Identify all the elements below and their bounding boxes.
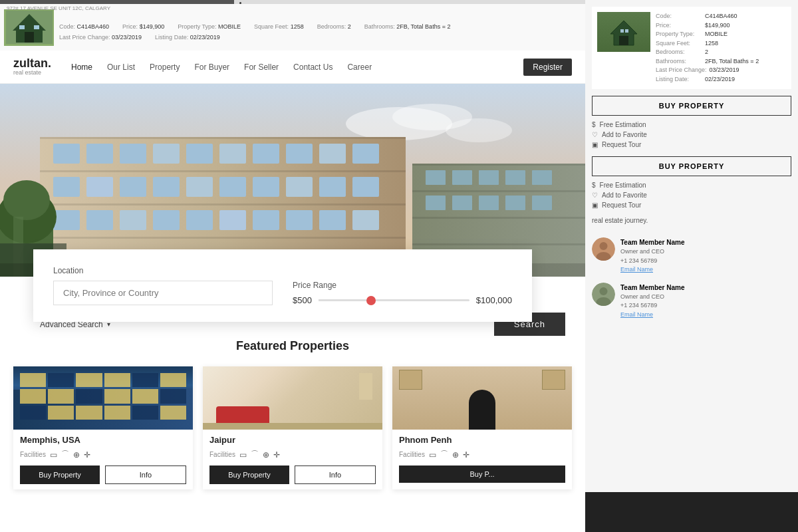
price-range-track[interactable]: [319, 299, 469, 301]
add-favorite-link[interactable]: ♡ Add to Favorite: [592, 131, 791, 138]
top-price-val: $149,900: [140, 23, 165, 30]
svg-rect-29: [219, 144, 246, 164]
facilities-label-3: Facilities: [399, 451, 425, 458]
scroll-bar[interactable]: [0, 0, 585, 4]
svg-rect-43: [352, 177, 379, 197]
svg-rect-62: [505, 170, 525, 185]
buy-property-button-1[interactable]: BUY PROPERTY: [592, 96, 791, 116]
add-favorite-link-2[interactable]: ♡ Add to Favorite: [592, 192, 791, 199]
location-input[interactable]: [53, 281, 273, 305]
info-btn-1[interactable]: Info: [105, 466, 186, 484]
svg-rect-2: [620, 29, 624, 33]
add-favorite-label: Add to Favorite: [602, 131, 647, 138]
team-section: Team Member Name Owner and CEO +1 234 56…: [592, 237, 791, 319]
svg-rect-51: [286, 210, 313, 230]
team-phone-1: +1 234 56789: [620, 257, 685, 266]
heart-icon: ♡: [592, 131, 598, 138]
change-value: 03/23/2019: [710, 66, 739, 75]
bed-value: 2: [705, 48, 708, 57]
property-city-3: Phnom Penh: [399, 435, 565, 445]
heart-icon-2: ♡: [592, 192, 598, 199]
nav-career[interactable]: Career: [347, 63, 372, 72]
register-button[interactable]: Register: [523, 59, 572, 76]
buy-property-btn-1[interactable]: Buy Property: [20, 466, 100, 484]
type-value: MOBILE: [705, 30, 728, 39]
price-range-label: Price Range: [293, 281, 512, 290]
buy-property-btn-3[interactable]: Buy P...: [399, 466, 565, 483]
free-estimation-link[interactable]: $ Free Estimation: [592, 121, 791, 128]
nav-forbuyer[interactable]: For Buyer: [194, 63, 229, 72]
range-thumb[interactable]: [366, 296, 376, 305]
svg-rect-61: [479, 170, 499, 185]
wifi-icon-3: ⌒: [440, 449, 448, 460]
svg-rect-68: [532, 196, 552, 210]
price-min-value: $500: [293, 295, 312, 305]
house-icon: [607, 17, 640, 47]
top-date-val: 02/23/2019: [190, 34, 220, 41]
svg-rect-36: [120, 177, 146, 197]
svg-rect-25: [86, 144, 113, 164]
svg-rect-58: [412, 243, 585, 245]
svg-rect-27: [153, 144, 180, 164]
nav-property[interactable]: Property: [150, 63, 180, 72]
free-estimation-label-2: Free Estimation: [600, 182, 646, 189]
request-tour-link[interactable]: ▣ Request Tour: [592, 141, 791, 148]
top-price-label: Price:: [122, 23, 138, 30]
team-email-2[interactable]: Email Name: [620, 311, 685, 320]
svg-rect-64: [426, 196, 446, 210]
team-name-2: Team Member Name: [620, 283, 685, 293]
svg-rect-28: [186, 144, 213, 164]
info-btn-2[interactable]: Info: [295, 466, 376, 484]
svg-rect-35: [86, 177, 113, 197]
facilities-label-2: Facilities: [209, 451, 235, 458]
nav-contact[interactable]: Contact Us: [293, 63, 332, 72]
svg-rect-39: [219, 177, 246, 197]
add-favorite-label-2: Add to Favorite: [602, 192, 647, 199]
price-max-value: $100,000: [476, 295, 512, 305]
search-panel: Location Price Range $500 $100,000: [33, 249, 532, 322]
property-city-2: Jaipur: [209, 435, 376, 445]
dollar-icon-2: $: [592, 182, 596, 189]
team-info-1: Team Member Name Owner and CEO +1 234 56…: [620, 237, 685, 275]
svg-rect-22: [40, 203, 406, 205]
svg-rect-44: [53, 210, 80, 230]
top-change-label: Last Price Change:: [59, 34, 110, 41]
tour-icon-2: ▣: [592, 201, 598, 209]
right-panel-bottom-bar: [585, 492, 798, 532]
svg-rect-40: [253, 177, 279, 197]
svg-rect-53: [352, 210, 379, 230]
property-city-1: Memphis, USA: [20, 435, 186, 445]
svg-rect-31: [286, 144, 313, 164]
navbar: zultan. real estate Home Our List Proper…: [0, 51, 585, 84]
logo: zultan. real estate: [13, 57, 51, 77]
facilities-label-1: Facilities: [20, 451, 46, 458]
price-label: Price:: [656, 21, 702, 31]
request-tour-label-2: Request Tour: [602, 201, 641, 209]
sqft-value: 1258: [705, 39, 718, 49]
property-thumbnail: [597, 12, 650, 52]
request-tour-link-2[interactable]: ▣ Request Tour: [592, 201, 791, 209]
scroll-indicator: [0, 0, 234, 4]
tv-icon-3: ▭: [429, 450, 436, 460]
svg-rect-20: [40, 137, 406, 139]
bed-label: Bedrooms:: [656, 48, 702, 57]
nav-home[interactable]: Home: [71, 63, 92, 72]
team-email-1[interactable]: Email Name: [620, 265, 685, 275]
svg-rect-14: [34, 25, 39, 29]
nav-ourlist[interactable]: Our List: [107, 63, 135, 72]
svg-rect-46: [120, 210, 146, 230]
svg-rect-32: [319, 144, 346, 164]
top-type-val: MOBILE: [218, 23, 241, 30]
svg-rect-57: [412, 217, 585, 219]
svg-rect-38: [186, 177, 213, 197]
medical-icon: ⊕: [73, 450, 80, 460]
building-svg: market?: [0, 84, 585, 277]
main-content: 972# 17 AVENUE SE UNIT 12C, CALGARY Code…: [0, 0, 585, 532]
team-avatar-1: [592, 237, 615, 261]
buy-property-button-2[interactable]: BUY PROPERTY: [592, 156, 791, 176]
free-estimation-link-2[interactable]: $ Free Estimation: [592, 182, 791, 189]
buy-property-btn-2[interactable]: Buy Property: [209, 466, 289, 484]
nav-forseller[interactable]: For Seller: [244, 63, 279, 72]
top-date-label: Listing Date:: [155, 34, 188, 41]
range-fill: [319, 299, 371, 301]
